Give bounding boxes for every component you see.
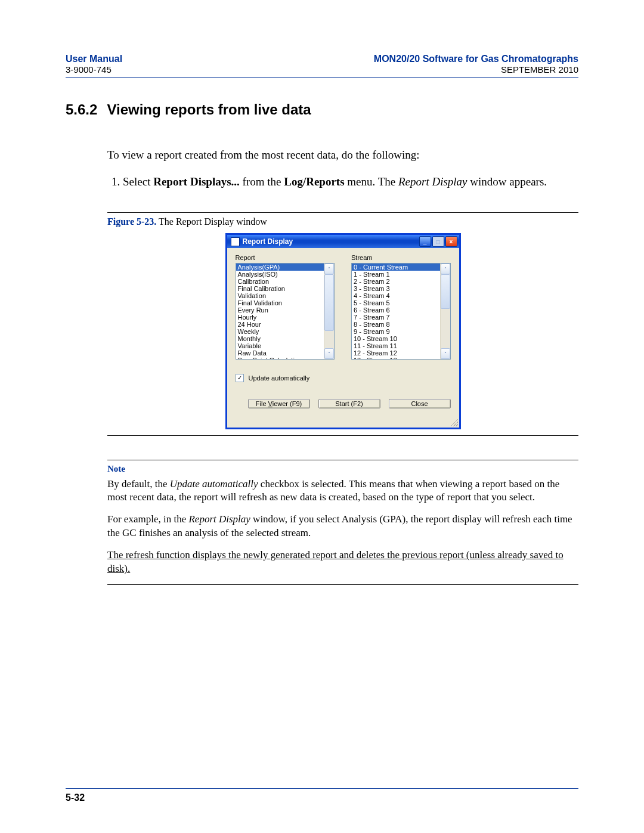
figure: Figure 5-23. The Report Display window R… <box>107 212 578 436</box>
page: User Manual 3-9000-745 MON20/20 Software… <box>0 0 644 833</box>
intro-text: To view a report created from the most r… <box>107 147 578 163</box>
scroll-up-icon[interactable]: ˄ <box>324 264 334 274</box>
section-heading: 5.6.2 Viewing reports from live data <box>66 101 578 118</box>
list-item[interactable]: 9 - Stream 9 <box>352 328 440 335</box>
scroll-thumb[interactable] <box>441 274 450 309</box>
figure-rule-bottom <box>107 435 578 436</box>
titlebar[interactable]: Report Display _ □ × <box>227 235 459 248</box>
figure-caption: Figure 5-23. The Report Display window <box>107 216 578 227</box>
list-item[interactable]: 7 - Stream 7 <box>352 314 440 321</box>
page-number: 5-32 <box>66 792 85 803</box>
report-label: Report <box>236 254 335 261</box>
stream-listbox[interactable]: 0 - Current Stream1 - Stream 12 - Stream… <box>351 263 451 360</box>
stream-scrollbar[interactable]: ˄ ˅ <box>440 264 450 359</box>
minimize-button[interactable]: _ <box>419 236 431 247</box>
list-item[interactable]: Final Calibration <box>236 285 324 292</box>
list-item[interactable]: Final Validation <box>236 299 324 306</box>
note-p2: For example, in the Report Display windo… <box>107 513 578 540</box>
list-item[interactable]: Variable <box>236 342 324 349</box>
list-item[interactable]: Dew Point Calculations <box>236 357 324 359</box>
list-item[interactable]: Calibration <box>236 278 324 285</box>
button-row: File Viewer (F9) Start (F2) Close <box>236 399 451 408</box>
list-item[interactable]: 0 - Current Stream <box>352 264 440 271</box>
window-title: Report Display <box>243 237 293 246</box>
list-item[interactable]: Analysis(GPA) <box>236 264 324 271</box>
list-item[interactable]: 3 - Stream 3 <box>352 285 440 292</box>
figure-rule-top <box>107 212 578 213</box>
doc-date: SEPTEMBER 2010 <box>374 64 578 75</box>
report-display-window: Report Display _ □ × Report Analysis(GPA… <box>225 233 461 429</box>
note-p3: The refresh function displays the newly … <box>107 549 578 576</box>
list-item[interactable]: Hourly <box>236 314 324 321</box>
lists: Report Analysis(GPA)Analysis(ISO)Calibra… <box>236 254 451 360</box>
list-item[interactable]: 6 - Stream 6 <box>352 306 440 314</box>
report-items[interactable]: Analysis(GPA)Analysis(ISO)CalibrationFin… <box>236 264 324 359</box>
report-column: Report Analysis(GPA)Analysis(ISO)Calibra… <box>236 254 335 360</box>
scroll-down-icon[interactable]: ˅ <box>441 348 450 359</box>
list-item[interactable]: 5 - Stream 5 <box>352 299 440 306</box>
checkbox-row: ✓ Update automatically <box>236 374 451 382</box>
resize-grip-icon[interactable] <box>450 418 458 426</box>
list-item[interactable]: 10 - Stream 10 <box>352 335 440 342</box>
note-rule-bottom <box>107 584 578 585</box>
note-label: Note <box>107 463 578 475</box>
list-item[interactable]: 2 - Stream 2 <box>352 278 440 285</box>
doc-number: 3-9000-745 <box>66 64 122 75</box>
close-dialog-button[interactable]: Close <box>389 399 451 408</box>
list-item[interactable]: Analysis(ISO) <box>236 271 324 278</box>
header-left: User Manual 3-9000-745 <box>66 54 122 75</box>
scroll-down-icon[interactable]: ˅ <box>324 348 334 359</box>
update-auto-checkbox[interactable]: ✓ <box>236 374 244 382</box>
scroll-thumb[interactable] <box>324 274 334 331</box>
list-item[interactable]: Monthly <box>236 335 324 342</box>
manual-title: User Manual <box>66 54 122 64</box>
list-item[interactable]: 1 - Stream 1 <box>352 271 440 278</box>
list-item[interactable]: 11 - Stream 11 <box>352 342 440 349</box>
list-item[interactable]: 24 Hour <box>236 321 324 328</box>
resize-grip-area <box>227 417 459 428</box>
scroll-up-icon[interactable]: ˄ <box>441 264 450 274</box>
stream-items[interactable]: 0 - Current Stream1 - Stream 12 - Stream… <box>352 264 440 359</box>
section-title: Viewing reports from live data <box>107 101 311 118</box>
maximize-button[interactable]: □ <box>432 236 444 247</box>
list-item[interactable]: Validation <box>236 292 324 299</box>
client-area: Report Analysis(GPA)Analysis(ISO)Calibra… <box>227 248 459 417</box>
step-1: Select Report Displays... from the Log/R… <box>123 174 578 190</box>
list-item[interactable]: 13 - Stream 13 <box>352 357 440 359</box>
list-item[interactable]: 12 - Stream 12 <box>352 349 440 357</box>
start-button[interactable]: Start (F2) <box>318 399 380 408</box>
close-button[interactable]: × <box>445 236 457 247</box>
stream-label: Stream <box>351 254 451 261</box>
product-title: MON20/20 Software for Gas Chromatographs <box>374 54 578 64</box>
page-footer: 5-32 <box>66 788 578 803</box>
report-listbox[interactable]: Analysis(GPA)Analysis(ISO)CalibrationFin… <box>236 263 335 360</box>
header-right: MON20/20 Software for Gas Chromatographs… <box>374 54 578 75</box>
app-icon <box>231 237 240 246</box>
list-item[interactable]: Every Run <box>236 306 324 314</box>
list-item[interactable]: 4 - Stream 4 <box>352 292 440 299</box>
report-scrollbar[interactable]: ˄ ˅ <box>324 264 334 359</box>
note-section: Note By default, the Update automaticall… <box>107 460 578 585</box>
section-number: 5.6.2 <box>66 101 97 118</box>
stream-column: Stream 0 - Current Stream1 - Stream 12 -… <box>351 254 451 360</box>
note-rule-top <box>107 460 578 460</box>
page-header: User Manual 3-9000-745 MON20/20 Software… <box>66 54 578 78</box>
list-item[interactable]: Weekly <box>236 328 324 335</box>
file-viewer-button[interactable]: File Viewer (F9) <box>248 399 310 408</box>
list-item[interactable]: Raw Data <box>236 349 324 357</box>
note-p1: By default, the Update automatically che… <box>107 478 578 505</box>
section-body: To view a report created from the most r… <box>107 136 578 200</box>
update-auto-label: Update automatically <box>249 374 310 382</box>
list-item[interactable]: 8 - Stream 8 <box>352 321 440 328</box>
